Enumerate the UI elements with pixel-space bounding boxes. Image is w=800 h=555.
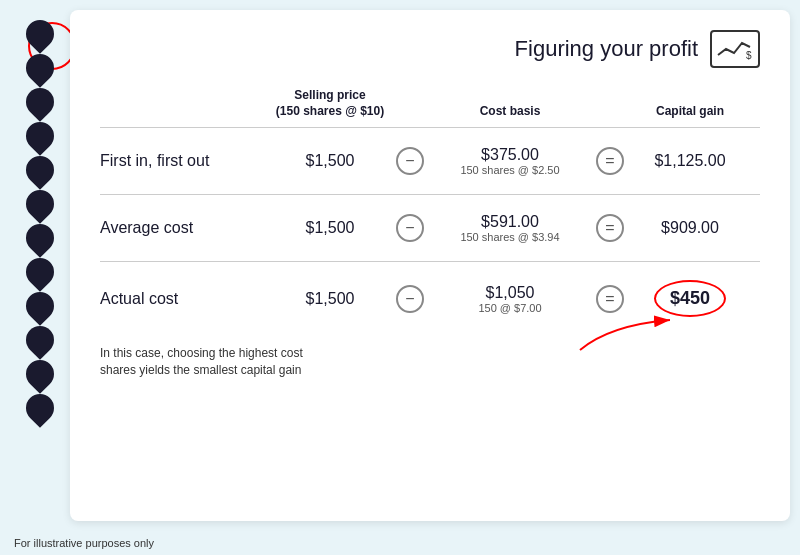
sidebar-icon-10[interactable] (20, 320, 60, 360)
chart-svg: $ (716, 37, 754, 61)
footer-text: For illustrative purposes only (14, 537, 154, 549)
cost-basis-sub-avg: 150 shares @ $3.94 (430, 231, 590, 243)
col-header-selling-price: Selling price(150 shares @ $10) (270, 88, 390, 119)
sidebar-icon-2[interactable] (20, 48, 60, 88)
minus-operator-actual: − (390, 285, 430, 313)
content-area: Figuring your profit $ Selling price(150… (70, 10, 790, 521)
cell-cost-basis-fifo: $375.00 150 shares @ $2.50 (430, 146, 590, 176)
sidebar-icon-3[interactable] (20, 82, 60, 122)
note-section: In this case, choosing the highest costs… (100, 345, 760, 379)
equals-operator-fifo: = (590, 147, 630, 175)
table-container: Selling price(150 shares @ $10) Cost bas… (100, 88, 760, 335)
row-label-avg: Average cost (100, 219, 270, 237)
header-row: Figuring your profit $ (100, 30, 760, 68)
sidebar-icon-9[interactable] (20, 286, 60, 326)
page-title: Figuring your profit (515, 36, 698, 62)
minus-operator-fifo: − (390, 147, 430, 175)
table-header: Selling price(150 shares @ $10) Cost bas… (100, 88, 760, 128)
cell-selling-price-actual: $1,500 (270, 290, 390, 308)
sidebar-icon-8[interactable] (20, 252, 60, 292)
col-header-cost-basis: Cost basis (430, 104, 590, 120)
equals-circle-avg: = (596, 214, 624, 242)
minus-circle-actual: − (396, 285, 424, 313)
sidebar-icon-4[interactable] (20, 116, 60, 156)
chart-icon: $ (710, 30, 760, 68)
table-row: Average cost $1,500 − $591.00 150 shares… (100, 195, 760, 262)
cost-basis-sub-fifo: 150 shares @ $2.50 (430, 164, 590, 176)
main-container: Figuring your profit $ Selling price(150… (0, 0, 800, 531)
cost-basis-main-avg: $591.00 (430, 213, 590, 231)
equals-circle-fifo: = (596, 147, 624, 175)
svg-text:$: $ (746, 50, 752, 61)
cell-capital-gain-fifo: $1,125.00 (630, 152, 750, 170)
row-label-actual: Actual cost (100, 290, 270, 308)
cell-selling-price-fifo: $1,500 (270, 152, 390, 170)
row-label-fifo: First in, first out (100, 152, 270, 170)
equals-operator-avg: = (590, 214, 630, 242)
minus-circle-fifo: − (396, 147, 424, 175)
sidebar-icon-12[interactable] (20, 388, 60, 428)
sidebar-icon-7[interactable] (20, 218, 60, 258)
footer: For illustrative purposes only (0, 531, 800, 555)
table-row: First in, first out $1,500 − $375.00 150… (100, 128, 760, 195)
cell-capital-gain-avg: $909.00 (630, 219, 750, 237)
cost-basis-main-actual: $1,050 (430, 284, 590, 302)
minus-circle-avg: − (396, 214, 424, 242)
minus-operator-avg: − (390, 214, 430, 242)
sidebar-icon-6[interactable] (20, 184, 60, 224)
sidebar-icon-11[interactable] (20, 354, 60, 394)
cell-selling-price-avg: $1,500 (270, 219, 390, 237)
title-section: Figuring your profit $ (515, 30, 760, 68)
cost-basis-main-fifo: $375.00 (430, 146, 590, 164)
arrow-svg (520, 305, 720, 355)
cell-cost-basis-avg: $591.00 150 shares @ $3.94 (430, 213, 590, 243)
sidebar (10, 10, 70, 521)
sidebar-icon-1[interactable] (20, 14, 60, 54)
col-header-capital-gain: Capital gain (630, 104, 750, 120)
sidebar-icon-5[interactable] (20, 150, 60, 190)
note-text: In this case, choosing the highest costs… (100, 345, 303, 379)
